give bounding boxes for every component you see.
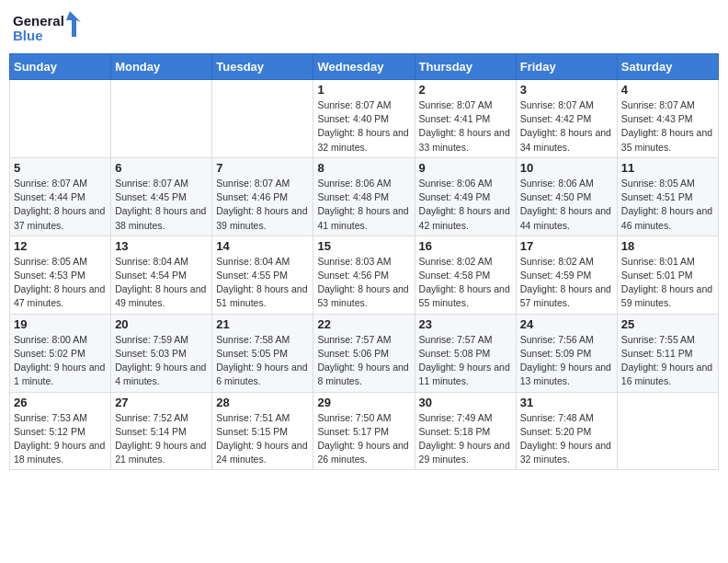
- calendar-cell: 24Sunrise: 7:56 AMSunset: 5:09 PMDayligh…: [516, 314, 617, 392]
- svg-text:General: General: [13, 13, 64, 29]
- day-info: Sunrise: 8:07 AMSunset: 4:40 PMDaylight:…: [317, 98, 410, 155]
- calendar-cell: 13Sunrise: 8:04 AMSunset: 4:54 PMDayligh…: [111, 236, 212, 314]
- calendar-week-5: 26Sunrise: 7:53 AMSunset: 5:12 PMDayligh…: [10, 392, 719, 470]
- day-info: Sunrise: 8:04 AMSunset: 4:55 PMDaylight:…: [216, 255, 309, 311]
- day-number: 26: [14, 396, 107, 409]
- calendar-cell: 7Sunrise: 8:07 AMSunset: 4:46 PMDaylight…: [212, 157, 313, 236]
- day-number: 2: [419, 83, 512, 97]
- calendar-cell: 22Sunrise: 7:57 AMSunset: 5:06 PMDayligh…: [313, 314, 415, 392]
- day-number: 21: [216, 317, 309, 331]
- calendar-cell: 30Sunrise: 7:49 AMSunset: 5:18 PMDayligh…: [415, 392, 516, 470]
- calendar-cell: 23Sunrise: 7:57 AMSunset: 5:08 PMDayligh…: [415, 314, 516, 392]
- day-number: 24: [520, 317, 613, 331]
- calendar-cell: 4Sunrise: 8:07 AMSunset: 4:43 PMDaylight…: [617, 80, 718, 158]
- day-info: Sunrise: 7:57 AMSunset: 5:06 PMDaylight:…: [317, 333, 410, 389]
- day-number: 20: [115, 317, 208, 331]
- day-info: Sunrise: 7:53 AMSunset: 5:12 PMDaylight:…: [14, 411, 107, 467]
- day-number: 31: [520, 396, 613, 409]
- calendar-cell: 6Sunrise: 8:07 AMSunset: 4:45 PMDaylight…: [111, 157, 212, 236]
- calendar-cell: [10, 80, 111, 158]
- day-number: 17: [520, 239, 613, 253]
- day-info: Sunrise: 7:56 AMSunset: 5:09 PMDaylight:…: [520, 333, 613, 389]
- day-info: Sunrise: 8:05 AMSunset: 4:53 PMDaylight:…: [14, 255, 107, 311]
- calendar-week-2: 5Sunrise: 8:07 AMSunset: 4:44 PMDaylight…: [10, 157, 719, 236]
- day-number: 13: [115, 239, 208, 253]
- weekday-header-wednesday: Wednesday: [313, 54, 415, 80]
- calendar-cell: 1Sunrise: 8:07 AMSunset: 4:40 PMDaylight…: [313, 80, 415, 158]
- calendar-week-3: 12Sunrise: 8:05 AMSunset: 4:53 PMDayligh…: [10, 236, 719, 314]
- weekday-header-monday: Monday: [111, 54, 212, 80]
- day-number: 3: [520, 83, 613, 97]
- day-info: Sunrise: 8:07 AMSunset: 4:42 PMDaylight:…: [520, 98, 613, 155]
- calendar-cell: 21Sunrise: 7:58 AMSunset: 5:05 PMDayligh…: [212, 314, 313, 392]
- day-info: Sunrise: 7:49 AMSunset: 5:18 PMDaylight:…: [419, 411, 512, 467]
- day-number: 4: [621, 83, 714, 97]
- calendar-cell: 29Sunrise: 7:50 AMSunset: 5:17 PMDayligh…: [313, 392, 415, 470]
- day-info: Sunrise: 7:57 AMSunset: 5:08 PMDaylight:…: [419, 333, 512, 389]
- day-info: Sunrise: 8:06 AMSunset: 4:50 PMDaylight:…: [520, 177, 613, 233]
- calendar-cell: 31Sunrise: 7:48 AMSunset: 5:20 PMDayligh…: [516, 392, 617, 470]
- weekday-header-saturday: Saturday: [617, 54, 718, 80]
- day-info: Sunrise: 7:50 AMSunset: 5:17 PMDaylight:…: [317, 411, 410, 467]
- day-number: 19: [14, 317, 107, 331]
- calendar-cell: 27Sunrise: 7:52 AMSunset: 5:14 PMDayligh…: [111, 392, 212, 470]
- weekday-header-sunday: Sunday: [10, 54, 111, 80]
- calendar-cell: 25Sunrise: 7:55 AMSunset: 5:11 PMDayligh…: [617, 314, 718, 392]
- day-number: 1: [317, 83, 410, 97]
- day-number: 30: [419, 396, 512, 409]
- svg-marker-2: [66, 11, 81, 37]
- day-info: Sunrise: 7:48 AMSunset: 5:20 PMDaylight:…: [520, 411, 613, 467]
- day-number: 10: [520, 161, 613, 175]
- day-number: 22: [317, 317, 410, 331]
- day-number: 18: [621, 239, 714, 253]
- day-info: Sunrise: 8:02 AMSunset: 4:58 PMDaylight:…: [419, 255, 512, 311]
- day-info: Sunrise: 8:03 AMSunset: 4:56 PMDaylight:…: [317, 255, 410, 311]
- day-number: 14: [216, 239, 309, 253]
- svg-text:Blue: Blue: [13, 28, 43, 43]
- day-number: 28: [216, 396, 309, 409]
- day-info: Sunrise: 8:02 AMSunset: 4:59 PMDaylight:…: [520, 255, 613, 311]
- day-info: Sunrise: 8:01 AMSunset: 5:01 PMDaylight:…: [621, 255, 714, 311]
- calendar-week-1: 1Sunrise: 8:07 AMSunset: 4:40 PMDaylight…: [10, 80, 719, 158]
- day-number: 29: [317, 396, 410, 409]
- day-info: Sunrise: 8:07 AMSunset: 4:46 PMDaylight:…: [216, 177, 309, 233]
- logo: GeneralBlue: [13, 9, 86, 48]
- day-number: 9: [419, 161, 512, 175]
- weekday-header-row: SundayMondayTuesdayWednesdayThursdayFrid…: [10, 54, 719, 80]
- weekday-header-tuesday: Tuesday: [212, 54, 313, 80]
- calendar-cell: 17Sunrise: 8:02 AMSunset: 4:59 PMDayligh…: [516, 236, 617, 314]
- day-info: Sunrise: 8:06 AMSunset: 4:48 PMDaylight:…: [317, 177, 410, 233]
- calendar-cell: 10Sunrise: 8:06 AMSunset: 4:50 PMDayligh…: [516, 157, 617, 236]
- weekday-header-thursday: Thursday: [415, 54, 516, 80]
- day-number: 12: [14, 239, 107, 253]
- calendar-cell: 8Sunrise: 8:06 AMSunset: 4:48 PMDaylight…: [313, 157, 415, 236]
- calendar-cell: 18Sunrise: 8:01 AMSunset: 5:01 PMDayligh…: [617, 236, 718, 314]
- day-number: 7: [216, 161, 309, 175]
- day-info: Sunrise: 8:07 AMSunset: 4:44 PMDaylight:…: [14, 177, 107, 233]
- day-number: 27: [115, 396, 208, 409]
- calendar-cell: 5Sunrise: 8:07 AMSunset: 4:44 PMDaylight…: [10, 157, 111, 236]
- day-info: Sunrise: 8:06 AMSunset: 4:49 PMDaylight:…: [419, 177, 512, 233]
- day-number: 23: [419, 317, 512, 331]
- calendar-cell: 3Sunrise: 8:07 AMSunset: 4:42 PMDaylight…: [516, 80, 617, 158]
- calendar-table: SundayMondayTuesdayWednesdayThursdayFrid…: [9, 53, 719, 470]
- calendar-cell: 11Sunrise: 8:05 AMSunset: 4:51 PMDayligh…: [617, 157, 718, 236]
- logo-svg: GeneralBlue: [13, 9, 86, 48]
- calendar-cell: 9Sunrise: 8:06 AMSunset: 4:49 PMDaylight…: [415, 157, 516, 236]
- calendar-week-4: 19Sunrise: 8:00 AMSunset: 5:02 PMDayligh…: [10, 314, 719, 392]
- calendar-cell: 20Sunrise: 7:59 AMSunset: 5:03 PMDayligh…: [111, 314, 212, 392]
- day-info: Sunrise: 8:04 AMSunset: 4:54 PMDaylight:…: [115, 255, 208, 311]
- day-info: Sunrise: 8:07 AMSunset: 4:41 PMDaylight:…: [419, 98, 512, 155]
- day-number: 15: [317, 239, 410, 253]
- day-info: Sunrise: 8:07 AMSunset: 4:43 PMDaylight:…: [621, 98, 714, 155]
- day-info: Sunrise: 8:00 AMSunset: 5:02 PMDaylight:…: [14, 333, 107, 389]
- calendar-cell: 2Sunrise: 8:07 AMSunset: 4:41 PMDaylight…: [415, 80, 516, 158]
- day-number: 11: [621, 161, 714, 175]
- calendar-cell: 15Sunrise: 8:03 AMSunset: 4:56 PMDayligh…: [313, 236, 415, 314]
- calendar-cell: 28Sunrise: 7:51 AMSunset: 5:15 PMDayligh…: [212, 392, 313, 470]
- day-number: 6: [115, 161, 208, 175]
- page-header: GeneralBlue: [9, 9, 719, 48]
- calendar-cell: 12Sunrise: 8:05 AMSunset: 4:53 PMDayligh…: [10, 236, 111, 314]
- calendar-cell: [111, 80, 212, 158]
- day-info: Sunrise: 7:58 AMSunset: 5:05 PMDaylight:…: [216, 333, 309, 389]
